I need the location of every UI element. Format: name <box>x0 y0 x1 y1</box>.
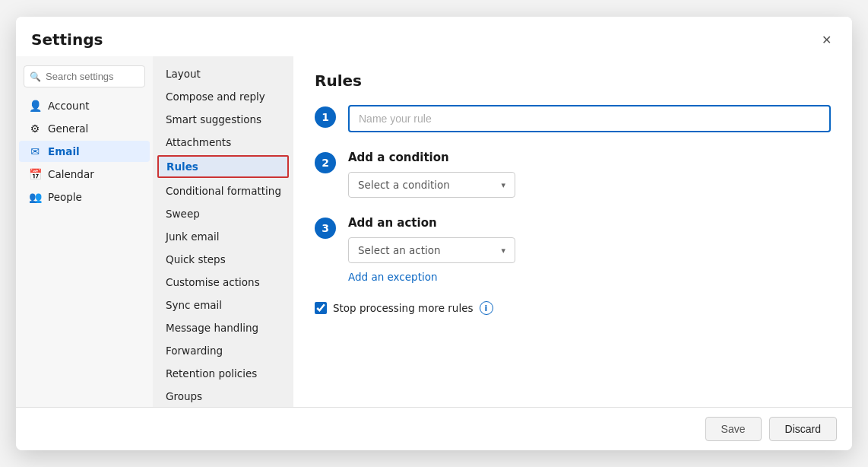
mid-nav-retention-policies[interactable]: Retention policies <box>153 362 293 385</box>
sidebar-item-label: Account <box>48 100 90 112</box>
step-2-circle: 2 <box>315 152 336 173</box>
close-button[interactable]: ✕ <box>816 29 837 50</box>
search-icon: 🔍 <box>30 71 41 82</box>
step-3-label: Add an action <box>348 216 831 230</box>
step-2-label: Add a condition <box>348 151 831 164</box>
window-header: Settings ✕ <box>16 17 852 56</box>
mid-nav-forwarding[interactable]: Forwarding <box>153 339 293 362</box>
gear-icon: ⚙ <box>28 122 42 135</box>
step-1-section: 1 <box>315 105 831 132</box>
mid-nav-smart-suggestions[interactable]: Smart suggestions <box>153 108 293 131</box>
step-2-section: 2 Add a condition Select a condition ▾ <box>315 151 831 198</box>
mid-nav-groups[interactable]: Groups <box>153 385 293 407</box>
search-input[interactable] <box>24 65 145 87</box>
mid-nav-sweep[interactable]: Sweep <box>153 202 293 225</box>
step-2-body: Add a condition Select a condition ▾ <box>348 151 831 198</box>
mid-nav-compose-reply[interactable]: Compose and reply <box>153 85 293 108</box>
main-content: Rules 1 2 Add a condition Select a condi… <box>293 56 852 407</box>
chevron-down-icon: ▾ <box>501 246 505 256</box>
sidebar-item-label: General <box>48 122 88 135</box>
mid-nav-attachments[interactable]: Attachments <box>153 131 293 154</box>
account-icon: 👤 <box>28 100 42 112</box>
sidebar-item-account[interactable]: 👤 Account <box>19 95 150 116</box>
window-title: Settings <box>31 30 103 49</box>
page-title: Rules <box>315 71 831 90</box>
window-footer: Save Discard <box>16 407 852 450</box>
mid-nav-rules[interactable]: Rules <box>157 155 289 178</box>
step-3-circle: 3 <box>315 218 336 239</box>
info-icon[interactable]: i <box>480 301 493 315</box>
window-body: 🔍 👤 Account ⚙ General ✉ Email 📅 Calendar <box>16 56 852 407</box>
step-3-section: 3 Add an action Select an action ▾ Add a… <box>315 216 831 283</box>
email-icon: ✉ <box>28 145 42 157</box>
sidebar-item-label: People <box>48 191 82 203</box>
step-1-body <box>348 105 831 132</box>
stop-processing-row: Stop processing more rules i <box>315 301 831 315</box>
mid-nav-layout[interactable]: Layout <box>153 62 293 85</box>
mid-nav-customise-actions[interactable]: Customise actions <box>153 271 293 294</box>
step-1-circle: 1 <box>315 106 336 128</box>
discard-button[interactable]: Discard <box>769 417 837 441</box>
settings-window: Settings ✕ 🔍 👤 Account ⚙ General ✉ Email <box>16 17 852 450</box>
sidebar: 🔍 👤 Account ⚙ General ✉ Email 📅 Calendar <box>16 56 153 407</box>
search-container: 🔍 <box>24 65 145 87</box>
add-exception-link[interactable]: Add an exception <box>348 271 438 283</box>
sidebar-item-people[interactable]: 👥 People <box>19 186 150 208</box>
mid-nav-conditional-formatting[interactable]: Conditional formatting <box>153 179 293 202</box>
mid-nav-junk-email[interactable]: Junk email <box>153 225 293 248</box>
calendar-icon: 📅 <box>28 168 42 180</box>
rule-name-input[interactable] <box>348 105 831 132</box>
sidebar-item-calendar[interactable]: 📅 Calendar <box>19 164 150 185</box>
save-button[interactable]: Save <box>705 417 762 441</box>
chevron-down-icon: ▾ <box>501 180 505 190</box>
step-3-body: Add an action Select an action ▾ Add an … <box>348 216 831 283</box>
mid-nav: Layout Compose and reply Smart suggestio… <box>153 56 293 407</box>
condition-dropdown-placeholder: Select a condition <box>358 179 450 191</box>
sidebar-item-label: Calendar <box>48 168 94 180</box>
sidebar-item-general[interactable]: ⚙ General <box>19 118 150 139</box>
sidebar-item-email[interactable]: ✉ Email <box>19 141 150 162</box>
action-dropdown-placeholder: Select an action <box>358 244 441 256</box>
sidebar-item-label: Email <box>48 145 80 157</box>
condition-dropdown[interactable]: Select a condition ▾ <box>348 172 515 198</box>
stop-processing-checkbox[interactable] <box>315 302 327 314</box>
stop-processing-label: Stop processing more rules <box>333 302 474 314</box>
action-dropdown[interactable]: Select an action ▾ <box>348 237 515 263</box>
mid-nav-sync-email[interactable]: Sync email <box>153 294 293 316</box>
people-icon: 👥 <box>28 191 42 203</box>
mid-nav-message-handling[interactable]: Message handling <box>153 316 293 339</box>
mid-nav-quick-steps[interactable]: Quick steps <box>153 248 293 271</box>
